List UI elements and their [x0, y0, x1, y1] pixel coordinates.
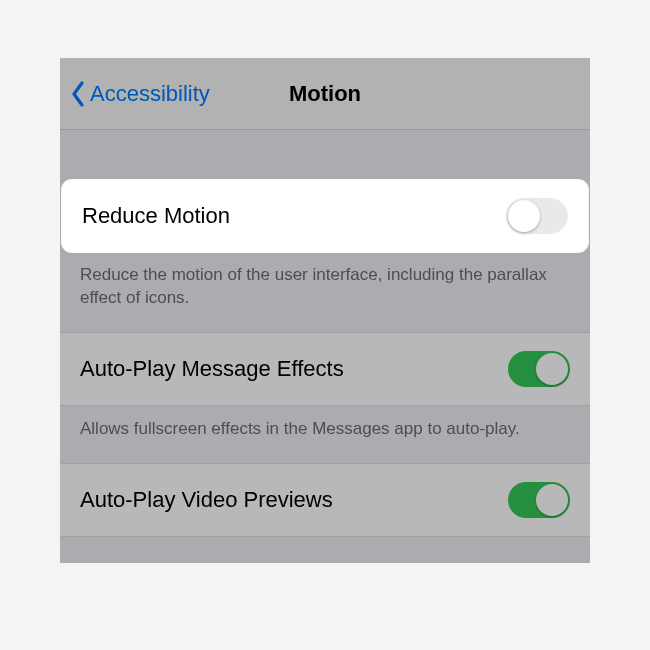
row-footer: Reduce the motion of the user interface,… [60, 252, 590, 332]
toggle-knob [508, 200, 540, 232]
section-spacer [60, 130, 590, 180]
settings-screen: Accessibility Motion Reduce Motion Reduc… [60, 58, 590, 563]
section-spacer [60, 537, 590, 563]
toggle-knob [536, 484, 568, 516]
row-auto-play-video-previews[interactable]: Auto-Play Video Previews [60, 463, 590, 537]
toggle-reduce-motion[interactable] [506, 198, 568, 234]
row-reduce-motion[interactable]: Reduce Motion [62, 180, 588, 252]
back-label: Accessibility [90, 81, 210, 107]
row-footer: Allows fullscreen effects in the Message… [60, 406, 590, 463]
toggle-auto-play-video-previews[interactable] [508, 482, 570, 518]
row-label: Auto-Play Message Effects [80, 356, 344, 382]
chevron-left-icon [70, 80, 86, 108]
toggle-knob [536, 353, 568, 385]
row-label: Reduce Motion [82, 203, 230, 229]
toggle-auto-play-message-effects[interactable] [508, 351, 570, 387]
back-button[interactable]: Accessibility [60, 80, 210, 108]
row-label: Auto-Play Video Previews [80, 487, 333, 513]
navigation-bar: Accessibility Motion [60, 58, 590, 130]
row-auto-play-message-effects[interactable]: Auto-Play Message Effects [60, 332, 590, 406]
